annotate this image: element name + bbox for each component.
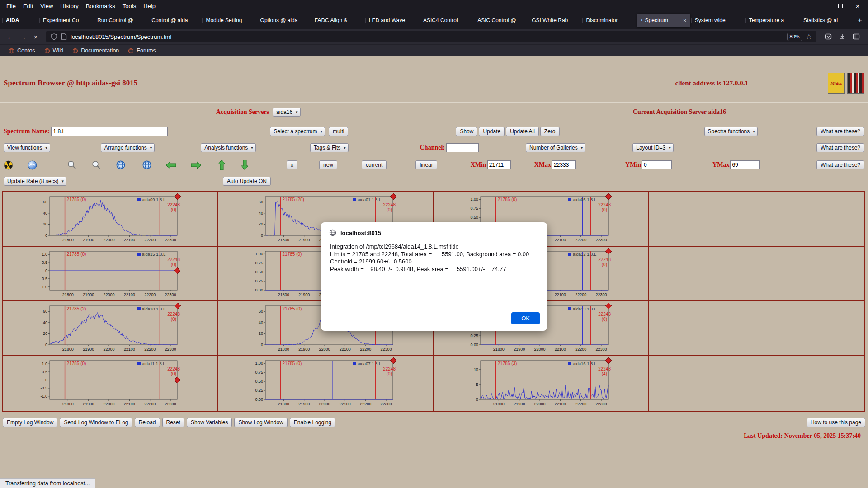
- downloads-icon[interactable]: [839, 33, 846, 40]
- arrow-right-icon[interactable]: [191, 161, 202, 169]
- whirl-icon[interactable]: [28, 160, 37, 170]
- show-button[interactable]: Show: [456, 127, 477, 136]
- tab-experiment-co[interactable]: Experiment Co: [39, 14, 93, 27]
- shield-icon[interactable]: [51, 33, 57, 40]
- how-to-use-button[interactable]: How to use this page: [807, 418, 865, 427]
- spectrum-plot-aida11[interactable]: 2180021900220002210022200223001.00.50-0.…: [3, 356, 218, 411]
- update-rate-dropdown[interactable]: Update Rate (8 secs): [4, 177, 66, 186]
- page-info-icon[interactable]: [61, 33, 67, 40]
- xmax-input[interactable]: [552, 160, 576, 169]
- tab-fadc-align[interactable]: FADC Align &: [311, 14, 364, 27]
- bookmark-wiki[interactable]: Wiki: [41, 47, 67, 55]
- tab-discriminator[interactable]: Discriminator: [582, 14, 636, 27]
- xmin-input[interactable]: [487, 160, 511, 169]
- sidebar-icon[interactable]: [853, 33, 860, 40]
- arrange-functions-dropdown[interactable]: Arrange functions: [101, 143, 155, 152]
- tab-asic-control[interactable]: ASIC Control @: [474, 14, 527, 27]
- layout-id-dropdown[interactable]: Layout ID=3: [632, 143, 674, 152]
- spectra-functions-dropdown[interactable]: Spectra functions: [704, 127, 758, 136]
- bookmark-star-icon[interactable]: ☆: [806, 33, 812, 41]
- number-of-galleries-dropdown[interactable]: Number of Galleries: [526, 143, 585, 152]
- tab-spectrum[interactable]: Spectrum×: [637, 14, 690, 27]
- channel-input[interactable]: [446, 143, 479, 152]
- zoom-out-icon[interactable]: [91, 160, 101, 170]
- globe-blue-icon-2[interactable]: [142, 160, 152, 170]
- svg-text:22248: 22248: [167, 257, 180, 262]
- minimize-button[interactable]: [820, 3, 826, 9]
- back-button[interactable]: ←: [5, 31, 16, 42]
- auto-update-button[interactable]: Auto Update ON: [223, 177, 271, 186]
- acquisition-server-dropdown[interactable]: aida16: [273, 108, 301, 117]
- enable-logging-button[interactable]: Enable Logging: [290, 418, 335, 427]
- show-variables-button[interactable]: Show Variables: [187, 418, 232, 427]
- tab-close-icon[interactable]: ×: [683, 17, 687, 24]
- select-a-spectrum-dropdown[interactable]: Select a spectrum: [270, 127, 325, 136]
- bookmark-documentation[interactable]: Documentation: [69, 47, 122, 55]
- arrow-left-icon[interactable]: [165, 161, 176, 169]
- svg-text:22100: 22100: [124, 402, 135, 406]
- arrow-up-icon[interactable]: [218, 160, 226, 170]
- tab-options-aida[interactable]: Options @ aida: [257, 14, 310, 27]
- tab-gsi-white-rab[interactable]: GSI White Rab: [528, 14, 581, 27]
- linear-button[interactable]: linear: [415, 160, 437, 169]
- view-functions-dropdown[interactable]: View functions: [4, 143, 50, 152]
- send-log-window-to-elog-button[interactable]: Send Log Window to ELog: [60, 418, 132, 427]
- tab-aida[interactable]: AIDA: [2, 14, 38, 27]
- menu-view[interactable]: View: [37, 1, 57, 11]
- url-bar[interactable]: localhost:8015/Spectrum/Spectrum.tml 80%…: [46, 31, 816, 42]
- zoom-indicator[interactable]: 80%: [787, 33, 802, 41]
- close-window-button[interactable]: ×: [854, 3, 861, 9]
- tab-temperature-a[interactable]: Temperature a: [745, 14, 799, 27]
- menu-tools[interactable]: Tools: [119, 1, 140, 11]
- svg-text:21800: 21800: [278, 402, 289, 406]
- zoom-in-icon[interactable]: [67, 160, 77, 170]
- new-tab-button[interactable]: +: [854, 14, 866, 27]
- tab-asic4-control[interactable]: ASIC4 Control: [420, 14, 473, 27]
- menu-help[interactable]: Help: [140, 1, 159, 11]
- update-all-button[interactable]: Update All: [506, 127, 539, 136]
- menu-history[interactable]: History: [57, 1, 82, 11]
- what-are-these-button-1[interactable]: What are these?: [816, 127, 864, 136]
- new-button[interactable]: new: [319, 160, 337, 169]
- spectrum-name-input[interactable]: [51, 127, 168, 136]
- analysis-functions-dropdown[interactable]: Analysis functions: [201, 143, 256, 152]
- tab-run-control[interactable]: Run Control @: [94, 14, 147, 27]
- reset-button[interactable]: Reset: [162, 418, 184, 427]
- tab-system-wide[interactable]: System wide: [691, 14, 745, 27]
- arrow-down-icon[interactable]: [241, 160, 249, 170]
- radiation-icon[interactable]: [4, 160, 13, 170]
- tags-fits-dropdown[interactable]: Tags & Fits: [310, 143, 349, 152]
- bookmark-centos[interactable]: Centos: [5, 47, 38, 55]
- stop-button[interactable]: ×: [30, 31, 42, 42]
- tab-control-aida[interactable]: Control @ aida: [148, 14, 201, 27]
- spectrum-plot-aida07[interactable]: 2180021900220002210022200223001.000.750.…: [218, 356, 434, 411]
- menu-file[interactable]: File: [3, 1, 19, 11]
- spectrum-plot-aida09[interactable]: 2180021900220002210022200223006040200217…: [3, 192, 218, 247]
- menu-edit[interactable]: Edit: [19, 1, 37, 11]
- multi-button[interactable]: multi: [329, 127, 348, 136]
- forward-button[interactable]: →: [17, 31, 29, 42]
- ymin-input[interactable]: [642, 160, 672, 169]
- update-button[interactable]: Update: [479, 127, 505, 136]
- ymax-input[interactable]: [730, 160, 760, 169]
- spectrum-plot-aida16[interactable]: 218002190022000221002220022300105021785 …: [434, 356, 649, 411]
- show-log-window-button[interactable]: Show Log Window: [234, 418, 287, 427]
- globe-blue-icon-1[interactable]: [116, 160, 126, 170]
- menu-bookmarks[interactable]: Bookmarks: [82, 1, 119, 11]
- zero-button[interactable]: Zero: [540, 127, 560, 136]
- spectrum-plot-aida15[interactable]: 2180021900220002210022200223001.00.50-0.…: [3, 247, 218, 301]
- spectrum-plot-aida10[interactable]: 2180021900220002210022200223006040200217…: [3, 301, 218, 356]
- bookmark-forums[interactable]: Forums: [125, 47, 159, 55]
- ymin-label: YMin: [625, 161, 641, 169]
- tab-led-and-wave[interactable]: LED and Wave: [365, 14, 419, 27]
- pocket-icon[interactable]: [825, 33, 832, 40]
- tab-statistics-ai[interactable]: Statistics @ ai: [800, 14, 853, 27]
- empty-log-window-button[interactable]: Empty Log Window: [3, 418, 57, 427]
- reload-button[interactable]: Reload: [135, 418, 160, 427]
- current-button[interactable]: current: [362, 160, 387, 169]
- maximize-button[interactable]: [837, 3, 844, 9]
- tab-module-setting[interactable]: Module Setting: [202, 14, 255, 27]
- what-are-these-button-3[interactable]: What are these?: [816, 160, 864, 169]
- what-are-these-button-2[interactable]: What are these?: [816, 143, 864, 152]
- x-button[interactable]: x: [287, 160, 297, 169]
